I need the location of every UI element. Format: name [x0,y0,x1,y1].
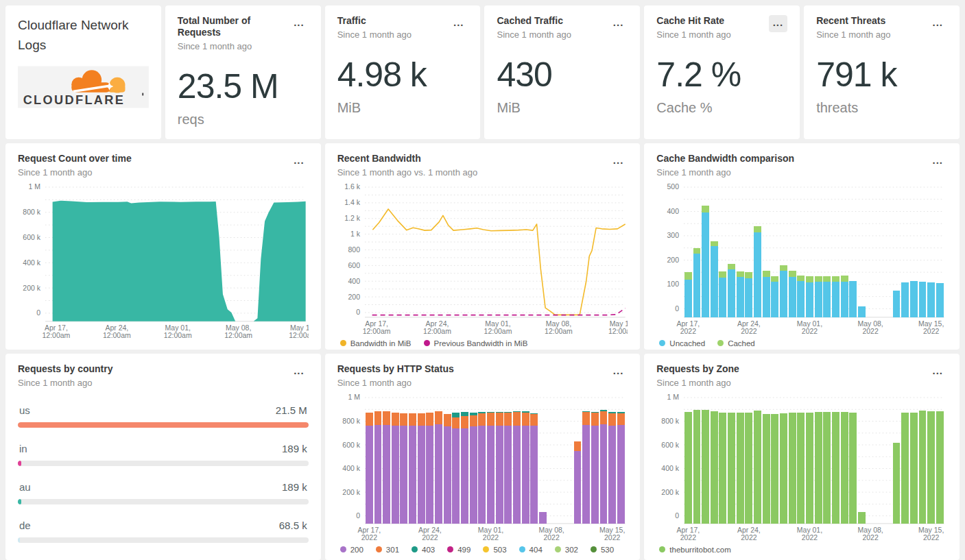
panel-menu-button[interactable]: ... [289,363,309,380]
svg-text:0: 0 [675,305,679,313]
legend-dot [483,546,489,552]
country-value: 68.5 k [279,520,307,531]
kpi-unit: MiB [337,100,468,116]
legend-item[interactable]: Cached [717,339,755,348]
svg-text:Apr 24,12:00am: Apr 24,12:00am [103,324,131,339]
panel-title: Cached Traffic [497,15,571,27]
country-value: 21.5 M [276,404,307,416]
legend-item[interactable]: 301 [376,546,399,554]
svg-text:Apr 17,12:00am: Apr 17,12:00am [362,320,390,335]
legend-dot [424,340,430,346]
svg-text:400 k: 400 k [23,259,40,267]
legend-label: 200 [350,546,364,554]
kpi-card-cached-traffic: Cached Traffic Since 1 month ago ... 430… [484,5,640,139]
svg-text:May 112:00a: May 112:00a [608,320,628,335]
panel-menu-button[interactable]: ... [609,153,628,170]
svg-text:May 15,2022: May 15,2022 [918,526,944,541]
panel-recent-bandwidth: Recent Bandwidth Since 1 month ago vs. 1… [325,143,641,350]
svg-text:May 08,2022: May 08,2022 [858,320,883,335]
panel-requests-by-zone: Requests by Zone Since 1 month ago ... 0… [644,354,960,560]
legend-item[interactable]: Uncached [659,339,705,348]
svg-text:Apr 24,2022: Apr 24,2022 [418,526,442,541]
country-row: de68.5 k [18,520,309,543]
legend-item[interactable]: 404 [519,546,543,554]
request-count-area-chart: 0200 k400 k600 k800 k1 MApr 17,12:00amAp… [18,182,309,342]
kpi-unit: Cache % [656,100,787,116]
legend-item[interactable]: 499 [447,546,470,554]
svg-text:400 k: 400 k [342,465,360,472]
cloudflare-logo: CLOUDFLARE [18,65,149,109]
dashboard: Cloudflare Network Logs CLOUDFLARE Total… [0,0,965,560]
svg-text:1.4 k: 1.4 k [344,199,360,206]
legend-item[interactable]: 302 [555,546,578,554]
country-row: us21.5 M [18,404,309,428]
legend-item[interactable]: 503 [483,546,506,554]
cache-bandwidth-legend: UncachedCached [656,339,947,348]
http-status-legend: 200301403499503404302530526524 [337,546,628,560]
legend-item[interactable]: 200 [340,546,364,554]
country-bar-track [18,537,309,543]
legend-item[interactable]: theburritobot.com [659,546,731,554]
legend-label: 404 [529,546,543,554]
svg-text:200: 200 [667,256,680,264]
dashboard-title: Cloudflare Network Logs [18,15,149,56]
panel-menu-button[interactable]: ... [609,363,628,380]
http-status-bar-chart: 0200 k400 k600 k800 k1 MApr 17,2022Apr 2… [337,392,628,544]
svg-text:0: 0 [36,309,40,317]
kpi-value: 430 [497,55,628,95]
svg-text:200: 200 [348,293,360,300]
legend-dot [659,340,665,346]
svg-text:Apr 17,2022: Apr 17,2022 [357,526,381,541]
legend-item[interactable]: 530 [591,546,614,554]
panel-menu-button[interactable]: ... [928,363,947,380]
panel-menu-button[interactable]: ... [289,153,309,170]
legend-label: 403 [422,546,435,554]
country-row: au189 k [18,481,309,504]
svg-text:1 M: 1 M [667,393,679,401]
panel-menu-button[interactable]: ... [769,15,788,32]
panel-menu-button[interactable]: ... [928,153,947,170]
svg-text:200 k: 200 k [342,488,360,496]
header-card: Cloudflare Network Logs CLOUDFLARE [5,5,161,139]
legend-label: Bandwidth in MiB [350,339,412,348]
svg-text:100: 100 [667,280,680,288]
country-label: de [19,520,31,531]
country-bar-fill [18,537,20,543]
bandwidth-legend: Bandwidth in MiBPrevious Bandwidth in Mi… [337,339,628,348]
country-bar-fill [18,461,21,466]
legend-label: 503 [493,546,506,554]
panel-subtitle: Since 1 month ago [337,378,454,388]
legend-label: 499 [457,546,470,554]
svg-text:Apr 17,2022: Apr 17,2022 [677,526,700,541]
svg-text:1 k: 1 k [350,230,361,238]
legend-item[interactable]: 403 [412,546,435,554]
panel-requests-by-http-status: Requests by HTTP Status Since 1 month ag… [325,354,641,560]
legend-dot [555,546,561,552]
zone-bar-chart: 0200 k400 k600 k800 k1 MApr 17,2022Apr 2… [656,392,947,544]
legend-item[interactable]: Previous Bandwidth in MiB [424,339,528,348]
svg-text:May 15,2022: May 15,2022 [918,320,944,335]
kpi-card-traffic: Traffic Since 1 month ago ... 4.98 k MiB [325,5,481,139]
legend-label: 301 [386,546,399,554]
country-value: 189 k [282,443,307,454]
svg-text:300: 300 [667,232,680,239]
panel-subtitle: Since 1 month ago [337,29,412,40]
panel-menu-button[interactable]: ... [289,15,309,32]
svg-text:Apr 24,2022: Apr 24,2022 [737,320,761,335]
country-bar-fill [18,499,21,504]
panel-menu-button[interactable]: ... [928,15,947,32]
kpi-card-recent-threats: Recent Threats Since 1 month ago ... 791… [804,5,960,139]
legend-item[interactable]: Bandwidth in MiB [340,339,412,348]
panel-subtitle: Since 1 month ago [656,378,739,388]
svg-text:800 k: 800 k [23,208,40,216]
panel-menu-button[interactable]: ... [449,15,468,32]
panel-menu-button[interactable]: ... [609,15,628,32]
zone-legend: theburritobot.com [656,546,947,554]
svg-text:1 M: 1 M [348,393,359,401]
legend-label: theburritobot.com [669,546,731,554]
kpi-value: 23.5 M [178,66,309,106]
svg-text:600: 600 [348,262,360,269]
legend-dot [412,546,418,552]
country-label: au [19,481,31,493]
kpi-value: 791 k [816,55,947,95]
